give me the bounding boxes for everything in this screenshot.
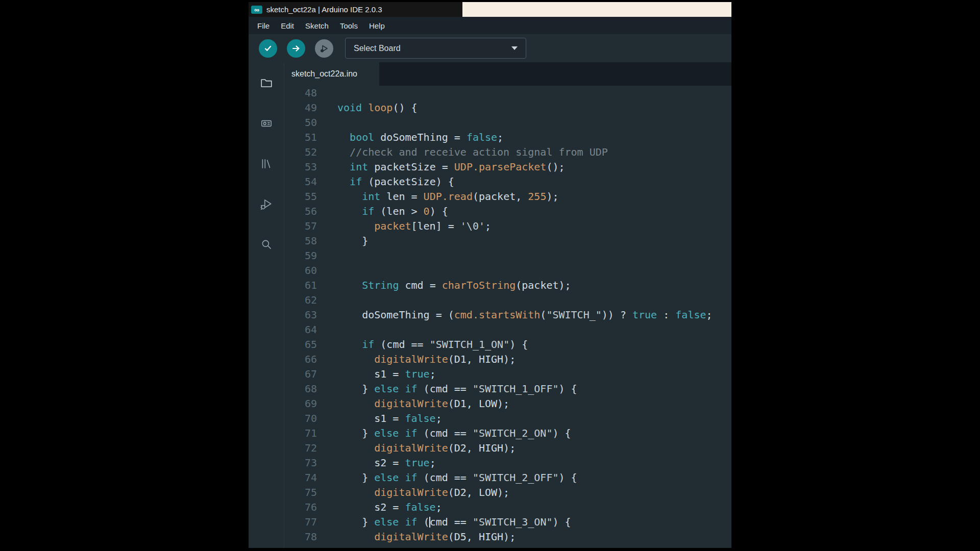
toolbar: Select Board [249, 34, 731, 62]
code-line[interactable]: 69 digitalWrite(D1, LOW); [284, 396, 731, 411]
code-line[interactable]: 58 } [284, 234, 731, 248]
code-text: s2 = true; [317, 456, 436, 470]
line-number: 69 [284, 396, 317, 411]
sidebar-item-boards-manager[interactable] [259, 116, 274, 131]
menu-item-sketch[interactable]: Sketch [300, 17, 334, 34]
verify-button[interactable] [259, 39, 277, 58]
menu-item-file[interactable]: File [252, 17, 275, 34]
code-line[interactable]: 59 [284, 248, 731, 263]
line-number: 75 [284, 485, 317, 500]
chevron-down-icon [511, 46, 518, 50]
line-number: 63 [284, 308, 317, 322]
code-line[interactable]: 70 s1 = false; [284, 411, 731, 426]
code-line[interactable]: 61 String cmd = charToString(packet); [284, 278, 731, 293]
upload-button[interactable] [287, 39, 305, 58]
line-number: 59 [284, 248, 317, 263]
board-icon [260, 117, 273, 130]
line-number: 49 [284, 101, 317, 115]
code-text: digitalWrite(D2, LOW); [317, 485, 509, 500]
editor-pane: sketch_oct22a.ino 4849void loop() {5051 … [284, 62, 731, 548]
code-line[interactable]: 63 doSomeThing = (cmd.startsWith("SWITCH… [284, 308, 731, 322]
code-text: } [317, 234, 368, 248]
text-cursor [429, 517, 430, 528]
code-line[interactable]: 48 [284, 86, 731, 101]
checkmark-icon [263, 43, 273, 54]
sidebar-item-search[interactable] [259, 237, 274, 252]
code-line[interactable]: 50 [284, 115, 731, 130]
code-text: doSomeThing = (cmd.startsWith("SWITCH_")… [317, 308, 713, 322]
code-line[interactable]: 71 } else if (cmd == "SWITCH_2_ON") { [284, 426, 731, 441]
line-number: 64 [284, 322, 317, 337]
code-line[interactable]: 72 digitalWrite(D2, HIGH); [284, 441, 731, 456]
title-bar: ∞ sketch_oct22a | Arduino IDE 2.0.3 [249, 2, 731, 17]
code-text: int len = UDP.read(packet, 255); [317, 189, 559, 204]
arduino-ide-window: ∞ sketch_oct22a | Arduino IDE 2.0.3 File… [249, 2, 731, 548]
window-title: sketch_oct22a | Arduino IDE 2.0.3 [266, 5, 382, 14]
line-number: 55 [284, 189, 317, 204]
line-number: 60 [284, 263, 317, 278]
code-line[interactable]: 66 digitalWrite(D1, HIGH); [284, 352, 731, 367]
code-text: bool doSomeThing = false; [317, 130, 503, 145]
line-number: 52 [284, 145, 317, 160]
code-text [317, 115, 337, 130]
code-line[interactable]: 57 packet[len] = '\0'; [284, 219, 731, 234]
sidebar [249, 62, 284, 548]
code-line[interactable]: 62 [284, 293, 731, 308]
line-number: 68 [284, 382, 317, 396]
code-text: } else if (cmd == "SWITCH_2_ON") { [317, 426, 571, 441]
line-number: 51 [284, 130, 317, 145]
code-line[interactable]: 52 //check and receive action signal fro… [284, 145, 731, 160]
code-text [317, 248, 337, 263]
library-icon [260, 157, 273, 170]
line-number: 48 [284, 86, 317, 101]
code-line[interactable]: 64 [284, 322, 731, 337]
search-icon [260, 238, 273, 251]
code-line[interactable]: 78 digitalWrite(D5, HIGH); [284, 530, 731, 544]
code-line[interactable]: 77 } else if (cmd == "SWITCH_3_ON") { [284, 515, 731, 530]
line-number: 67 [284, 367, 317, 382]
menu-item-tools[interactable]: Tools [334, 17, 363, 34]
line-number: 73 [284, 456, 317, 470]
line-number: 57 [284, 219, 317, 234]
code-line[interactable]: 55 int len = UDP.read(packet, 255); [284, 189, 731, 204]
line-number: 78 [284, 530, 317, 544]
menu-item-help[interactable]: Help [363, 17, 390, 34]
board-selector[interactable]: Select Board [345, 38, 526, 59]
debug-icon [319, 43, 329, 54]
tab-bar: sketch_oct22a.ino [284, 62, 731, 86]
sidebar-item-debug[interactable] [259, 197, 274, 211]
debug-button[interactable] [315, 39, 333, 58]
line-number: 56 [284, 204, 317, 219]
code-line[interactable]: 53 int packetSize = UDP.parsePacket(); [284, 160, 731, 174]
code-line[interactable]: 76 s2 = false; [284, 500, 731, 515]
code-line[interactable]: 60 [284, 263, 731, 278]
line-number: 76 [284, 500, 317, 515]
line-number: 74 [284, 470, 317, 485]
code-line[interactable]: 67 s1 = true; [284, 367, 731, 382]
code-line[interactable]: 51 bool doSomeThing = false; [284, 130, 731, 145]
editor[interactable]: 4849void loop() {5051 bool doSomeThing =… [284, 86, 731, 548]
code-line[interactable]: 56 if (len > 0) { [284, 204, 731, 219]
menu-item-edit[interactable]: Edit [275, 17, 300, 34]
code-line[interactable]: 73 s2 = true; [284, 456, 731, 470]
code-line[interactable]: 65 if (cmd == "SWITCH_1_ON") { [284, 337, 731, 352]
arduino-logo-icon: ∞ [251, 6, 262, 14]
code-text: //check and receive action signal from U… [317, 145, 608, 160]
board-selector-label: Select Board [354, 44, 401, 53]
code-text: } else if (cmd == "SWITCH_2_OFF") { [317, 470, 577, 485]
line-number: 70 [284, 411, 317, 426]
line-number: 53 [284, 160, 317, 174]
code-text: digitalWrite(D1, HIGH); [317, 352, 516, 367]
code-line[interactable]: 75 digitalWrite(D2, LOW); [284, 485, 731, 500]
code-text: digitalWrite(D2, HIGH); [317, 441, 516, 456]
code-line[interactable]: 74 } else if (cmd == "SWITCH_2_OFF") { [284, 470, 731, 485]
tab-sketch-file[interactable]: sketch_oct22a.ino [284, 62, 379, 86]
line-number: 65 [284, 337, 317, 352]
infinity-glyph: ∞ [254, 6, 259, 13]
code-line[interactable]: 54 if (packetSize) { [284, 174, 731, 189]
code-line[interactable]: 49void loop() { [284, 101, 731, 115]
sidebar-item-sketchbook[interactable] [259, 76, 274, 90]
sidebar-item-library-manager[interactable] [259, 157, 274, 171]
code-line[interactable]: 68 } else if (cmd == "SWITCH_1_OFF") { [284, 382, 731, 396]
code-text: void loop() { [317, 101, 418, 115]
